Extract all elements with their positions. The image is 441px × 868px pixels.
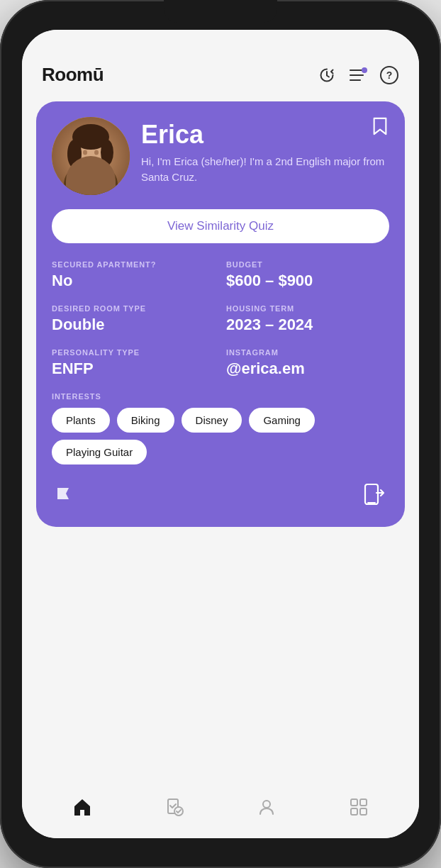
tag-plants: Plants xyxy=(52,408,110,433)
interests-section: INTERESTS Plants Biking Disney Gaming Pl… xyxy=(52,392,389,464)
svg-rect-21 xyxy=(351,799,357,806)
tag-biking: Biking xyxy=(117,408,174,433)
svg-point-7 xyxy=(64,162,118,195)
interests-tags: Plants Biking Disney Gaming Playing Guit… xyxy=(52,408,389,464)
avatar-image xyxy=(52,117,130,195)
svg-rect-16 xyxy=(365,484,378,504)
secured-apartment-label: SECURED APARTMENT? xyxy=(52,260,215,269)
svg-point-12 xyxy=(101,140,113,165)
budget-label: BUDGET xyxy=(226,260,389,269)
personality-label: PERSONALITY TYPE xyxy=(52,348,215,357)
svg-text:?: ? xyxy=(386,69,393,81)
history-icon[interactable] xyxy=(317,65,337,85)
profile-bio: Hi, I'm Erica (she/her)! I'm a 2nd Engli… xyxy=(141,154,389,185)
secured-apartment-value: No xyxy=(52,272,215,290)
room-type-label: DESIRED ROOM TYPE xyxy=(52,304,215,313)
app-header: Roomū xyxy=(22,30,419,96)
svg-rect-22 xyxy=(360,799,367,806)
phone-frame: Roomū xyxy=(0,0,441,868)
svg-rect-8 xyxy=(86,161,96,172)
interests-label: INTERESTS xyxy=(52,392,389,401)
help-icon[interactable]: ? xyxy=(379,65,399,85)
personality-item: PERSONALITY TYPE ENFP xyxy=(52,348,215,378)
card-footer xyxy=(52,480,389,511)
profile-name: Erica xyxy=(141,120,389,150)
bookmark-button[interactable] xyxy=(368,114,392,138)
flag-button[interactable] xyxy=(52,483,77,508)
svg-point-3 xyxy=(362,67,367,73)
svg-point-13 xyxy=(83,150,87,155)
instagram-item: INSTAGRAM @erica.em xyxy=(226,348,389,378)
info-grid: SECURED APARTMENT? No BUDGET $600 – $900… xyxy=(52,260,389,378)
tag-playing-guitar: Playing Guitar xyxy=(52,440,147,464)
phone-notch xyxy=(164,0,277,23)
filter-icon[interactable] xyxy=(348,65,368,85)
svg-point-14 xyxy=(94,150,99,155)
phone-screen: Roomū xyxy=(22,30,419,838)
svg-point-11 xyxy=(67,140,82,168)
instagram-value: @erica.em xyxy=(226,360,389,378)
nav-bookmarks[interactable] xyxy=(157,793,192,821)
room-type-item: DESIRED ROOM TYPE Double xyxy=(52,304,215,334)
tag-gaming: Gaming xyxy=(249,408,315,433)
secured-apartment-item: SECURED APARTMENT? No xyxy=(52,260,215,290)
nav-home[interactable] xyxy=(65,793,100,821)
profile-info: Erica Hi, I'm Erica (she/her)! I'm a 2nd… xyxy=(141,117,389,185)
nav-grid[interactable] xyxy=(341,793,376,821)
instagram-label: INSTAGRAM xyxy=(226,348,389,357)
app-logo: Roomū xyxy=(42,64,104,86)
profile-header: Erica Hi, I'm Erica (she/her)! I'm a 2nd… xyxy=(52,117,389,195)
quiz-button[interactable]: View Similarity Quiz xyxy=(52,209,389,243)
header-icons: ? xyxy=(317,65,399,85)
svg-rect-23 xyxy=(351,808,357,815)
main-content: Erica Hi, I'm Erica (she/her)! I'm a 2nd… xyxy=(22,96,419,783)
room-type-value: Double xyxy=(52,316,215,334)
budget-item: BUDGET $600 – $900 xyxy=(226,260,389,290)
avatar xyxy=(52,117,130,195)
housing-term-value: 2023 – 2024 xyxy=(226,316,389,334)
tag-disney: Disney xyxy=(182,408,242,433)
svg-rect-24 xyxy=(360,808,367,815)
budget-value: $600 – $900 xyxy=(226,272,389,290)
nav-profile[interactable] xyxy=(249,793,284,821)
housing-term-item: HOUSING TERM 2023 – 2024 xyxy=(226,304,389,334)
svg-point-20 xyxy=(263,801,270,808)
connect-button[interactable] xyxy=(358,480,389,511)
bottom-nav xyxy=(22,783,419,838)
personality-value: ENFP xyxy=(52,360,215,378)
profile-card: Erica Hi, I'm Erica (she/her)! I'm a 2nd… xyxy=(36,101,405,527)
housing-term-label: HOUSING TERM xyxy=(226,304,389,313)
